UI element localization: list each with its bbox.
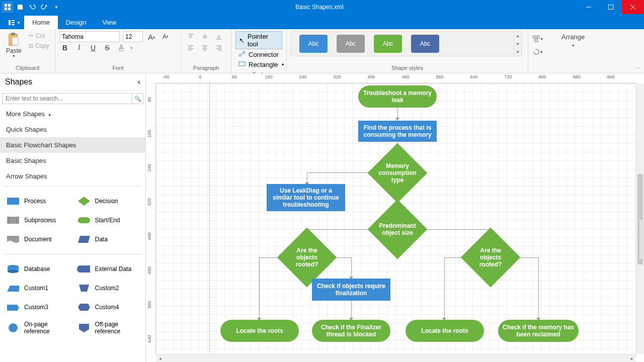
diamond-green-icon bbox=[77, 196, 91, 207]
shape-style-green[interactable]: Abc bbox=[374, 35, 402, 53]
align-bottom-icon[interactable] bbox=[213, 31, 224, 42]
collapse-panel-icon[interactable]: ‹ bbox=[138, 77, 140, 86]
arrange-button[interactable]: Arrange▼ bbox=[557, 31, 589, 50]
app-icon[interactable] bbox=[2, 2, 13, 13]
shape-styles-gallery[interactable]: Abc Abc Abc Abc ▴▾▾ bbox=[291, 31, 522, 56]
align-top-icon[interactable] bbox=[185, 31, 196, 42]
bold-button[interactable]: B bbox=[59, 42, 70, 53]
italic-button[interactable]: I bbox=[73, 42, 85, 53]
shape-stencil-decision[interactable]: Decision bbox=[73, 193, 144, 210]
shape-stencil-document[interactable]: Document bbox=[2, 231, 73, 248]
right-panel-tab[interactable] bbox=[639, 219, 644, 259]
drawing-canvas[interactable]: Troubleshoot a memory leak Find the proc… bbox=[156, 83, 636, 354]
category-basic-shapes[interactable]: Basic Shapes bbox=[0, 153, 145, 168]
strikethrough-button[interactable]: S bbox=[102, 42, 113, 53]
connector-tool[interactable]: Connector bbox=[235, 50, 282, 59]
maximize-button[interactable] bbox=[600, 0, 622, 14]
shape-stencil-external-data[interactable]: External Data bbox=[73, 260, 144, 278]
flowchart-node[interactable]: Use LeakDiag or a similar tool to contin… bbox=[267, 184, 345, 211]
tab-view[interactable]: View bbox=[94, 16, 124, 29]
tab-home[interactable]: Home bbox=[24, 16, 58, 29]
flowchart-node[interactable]: Check if objects require finalization bbox=[312, 279, 390, 301]
shape-style-gray[interactable]: Abc bbox=[337, 35, 365, 53]
minimize-button[interactable] bbox=[578, 0, 600, 14]
horizontal-scrollbar[interactable]: ◂▸ bbox=[156, 354, 636, 362]
shape-style-blue[interactable]: Abc bbox=[299, 35, 328, 53]
paragraph-group-label: Paragraph bbox=[185, 63, 227, 71]
shapes-panel-title: Shapes bbox=[5, 77, 32, 86]
clipboard-group-label: Clipboard bbox=[4, 63, 51, 71]
align-shapes-icon[interactable]: ▼ bbox=[532, 33, 543, 44]
align-center-icon[interactable] bbox=[199, 42, 210, 53]
rectangle-tool[interactable]: Rectangle▼ bbox=[235, 60, 282, 69]
category-quick-shapes[interactable]: Quick Shapes bbox=[0, 122, 145, 137]
cut-button[interactable]: ✂Cut bbox=[27, 31, 51, 40]
flowchart-node[interactable]: Are the objects rooted? bbox=[286, 236, 328, 279]
flowchart-node[interactable]: Check if the memory has been reclaimed bbox=[498, 320, 579, 342]
svg-rect-8 bbox=[9, 20, 11, 25]
shape-stencil-start-end[interactable]: Start/End bbox=[73, 212, 144, 229]
flowchart-node[interactable]: Check if the Finalizer thread is blocked bbox=[312, 320, 390, 342]
shape-stencil-custom1[interactable]: Custom1 bbox=[2, 280, 73, 297]
font-size-select[interactable] bbox=[123, 31, 143, 42]
extdata-blue-icon bbox=[77, 263, 91, 275]
round-green-icon bbox=[77, 215, 91, 226]
qat-dropdown-icon[interactable]: ▼ bbox=[51, 2, 61, 12]
increase-font-icon[interactable]: A▴ bbox=[146, 31, 157, 42]
category-basic-flowchart[interactable]: Basic Flowchart Shapes bbox=[0, 137, 145, 153]
collapse-ribbon-icon[interactable]: ︿ bbox=[635, 63, 641, 71]
flowchart-node[interactable]: Find the process that is consuming the m… bbox=[358, 121, 437, 142]
svg-rect-44 bbox=[7, 198, 19, 205]
redo-icon[interactable] bbox=[39, 2, 49, 12]
shape-stencil-database[interactable]: Database bbox=[2, 260, 73, 278]
tab-design[interactable]: Design bbox=[58, 16, 94, 29]
rect-blue-icon bbox=[6, 196, 20, 207]
font-family-select[interactable] bbox=[59, 31, 120, 42]
gallery-scroll[interactable]: ▴▾▾ bbox=[514, 32, 522, 56]
save-icon[interactable] bbox=[15, 2, 25, 12]
search-button[interactable]: 🔍 bbox=[132, 93, 143, 104]
flowchart-node[interactable]: Troubleshoot a memory leak bbox=[358, 85, 437, 108]
category-arrow-shapes[interactable]: Arrow Shapes bbox=[0, 168, 145, 184]
file-menu-button[interactable]: ▼ bbox=[4, 16, 24, 29]
underline-button[interactable]: U bbox=[88, 42, 99, 53]
flowchart-node[interactable]: Locate the roots bbox=[406, 320, 484, 342]
align-middle-icon[interactable] bbox=[199, 31, 210, 42]
svg-rect-0 bbox=[5, 4, 7, 7]
shape-stencil-on-page-reference[interactable]: On-page reference bbox=[2, 318, 73, 338]
paste-button[interactable]: Paste ▼ bbox=[4, 31, 24, 59]
svg-marker-59 bbox=[79, 324, 89, 332]
shapes-search-input[interactable] bbox=[2, 93, 132, 104]
svg-rect-5 bbox=[609, 5, 613, 10]
align-left-icon[interactable] bbox=[185, 42, 196, 53]
align-right-icon[interactable] bbox=[213, 42, 224, 53]
flowchart-node[interactable]: Locate the roots bbox=[220, 320, 299, 342]
flowchart-node[interactable]: Are the objects rooted? bbox=[469, 236, 512, 279]
close-button[interactable] bbox=[622, 0, 644, 14]
copy-button[interactable]: ⧉Copy bbox=[27, 41, 51, 50]
shape-stencil-custom2[interactable]: Custom2 bbox=[73, 280, 144, 297]
svg-rect-14 bbox=[12, 37, 18, 45]
shape-stencil-data[interactable]: Data bbox=[73, 231, 144, 248]
decrease-font-icon[interactable]: A▾ bbox=[160, 31, 171, 42]
flowchart-node[interactable]: Memory consumption type bbox=[376, 152, 419, 194]
pointer-tool[interactable]: ↖Pointer tool bbox=[235, 31, 282, 49]
font-color-button[interactable] bbox=[116, 42, 127, 53]
custom1-icon bbox=[6, 283, 20, 294]
svg-marker-57 bbox=[78, 304, 90, 311]
undo-icon[interactable] bbox=[27, 2, 37, 12]
shape-stencil-off-page-reference[interactable]: Off-page reference bbox=[73, 318, 144, 338]
shape-stencil-custom3[interactable]: Custom3 bbox=[2, 299, 73, 316]
custom4-icon bbox=[77, 302, 91, 313]
titlebar: ▼ Basic Shapes.xml bbox=[0, 0, 644, 14]
shape-stencil-subprocess[interactable]: Subprocess bbox=[2, 212, 73, 229]
vertical-scrollbar[interactable] bbox=[636, 83, 644, 354]
circle-blue-icon bbox=[6, 322, 20, 333]
rotate-icon[interactable]: ▼ bbox=[532, 46, 543, 57]
shape-stencil-custom4[interactable]: Custom4 bbox=[73, 299, 144, 316]
svg-rect-1 bbox=[8, 4, 11, 7]
flowchart-node[interactable]: Predominant object size bbox=[376, 208, 419, 250]
shape-style-darkblue[interactable]: Abc bbox=[411, 35, 439, 53]
more-shapes-item[interactable]: More Shapes ▸ bbox=[0, 106, 145, 122]
shape-stencil-process[interactable]: Process bbox=[2, 193, 73, 210]
